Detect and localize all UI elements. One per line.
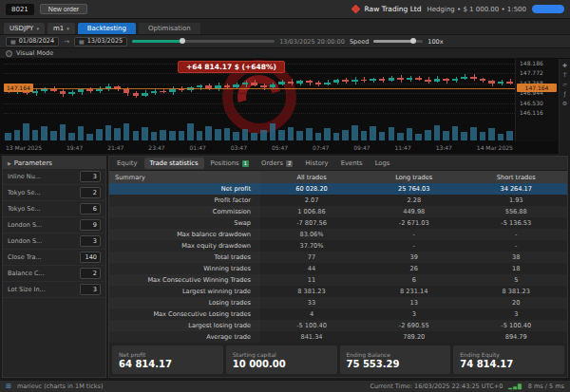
settings-icon[interactable]: ⚙ [562, 101, 567, 106]
stat-value: 37.70% [260, 242, 363, 250]
playback-progress-slider[interactable] [132, 40, 275, 43]
stats-tab-equity[interactable]: Equity [111, 158, 143, 169]
table-row[interactable]: Profit factor2.072.281.93 [109, 195, 567, 206]
parameter-value-input[interactable]: 140 [80, 252, 101, 263]
table-row[interactable]: Winning trades442618 [109, 263, 567, 274]
stat-label: Profit factor [109, 195, 260, 206]
parameter-value-input[interactable]: 3 [80, 284, 101, 295]
calendar-icon: ▦ [10, 37, 16, 46]
parameters-header[interactable]: ▶ Parameters [3, 157, 105, 169]
table-row[interactable]: Max Consecutive Winning Trades1165 [109, 274, 567, 286]
crosshair-icon[interactable]: ✚ [562, 63, 567, 68]
speed-slider[interactable] [373, 40, 423, 43]
candle [324, 83, 331, 85]
shapes-tool-icon[interactable]: ▱ [562, 82, 567, 87]
candle [498, 82, 504, 84]
candle [160, 91, 166, 93]
table-row[interactable]: Largest winning trade8 381.238 231.148 3… [109, 286, 567, 297]
price-axis[interactable]: 147.164 148.186147.772147.358146.944146.… [515, 59, 559, 141]
new-order-button[interactable]: New order [40, 4, 87, 14]
app-logo: 8021 [6, 4, 34, 15]
stat-value: - [363, 231, 465, 238]
stats-tab-label: Equity [117, 159, 138, 167]
candle [242, 83, 249, 84]
volume-bar [105, 125, 112, 141]
time-axis-label: 01:47 [190, 144, 206, 151]
parameter-value-input[interactable]: 9 [80, 219, 101, 231]
connection-pill[interactable] [532, 5, 564, 13]
stat-value: -5 136.53 [465, 219, 566, 227]
parameter-value-input[interactable]: 6 [80, 203, 101, 215]
symbol-selector[interactable]: USDJPY ▾ [4, 23, 45, 34]
stats-tab-orders[interactable]: Orders2 [256, 158, 298, 169]
stats-tab-history[interactable]: History [299, 158, 333, 169]
playback-progress-fill [132, 40, 182, 43]
summary-card-label: Net profit [119, 351, 217, 358]
date-from-picker[interactable]: ▦ 01/08/2024 [6, 37, 59, 47]
time-axis-label: 13 Mar 2025 [6, 144, 42, 151]
profit-tooltip: +64 814.17 $ (+648%) [178, 61, 285, 73]
volume-bar [41, 126, 48, 141]
stat-value: 449.98 [363, 208, 465, 215]
candle [233, 84, 239, 87]
table-row[interactable]: Max balance drawdown83.06%-- [109, 229, 567, 240]
volume-bar [233, 132, 239, 141]
parameter-value-input[interactable]: 3 [80, 171, 101, 182]
date-to-picker[interactable]: ▦ 13/03/2025 [74, 37, 127, 47]
chart-plot-area[interactable]: 147.164 +64 814.17 $ (+648%) [4, 59, 515, 141]
playback-progress-knob[interactable] [180, 38, 185, 44]
broker-logo-icon [351, 5, 360, 14]
candlestick-chart[interactable]: 147.164 +64 814.17 $ (+648%) 147.164 148… [0, 59, 570, 154]
volume-bar [96, 129, 103, 141]
candle [179, 89, 185, 91]
parameter-label: London S... [8, 237, 42, 245]
stat-label: Average trade [109, 331, 260, 343]
timeframe-label: m1 [53, 25, 64, 32]
candle [461, 77, 467, 79]
candle [488, 81, 495, 84]
stat-value: -5 100.40 [260, 322, 363, 329]
volume-bar [23, 123, 29, 140]
volume-bar [379, 132, 386, 140]
trade-statistics-table: SummaryAll tradesLong tradesShort trades… [109, 171, 567, 343]
table-row[interactable]: Losing trades331320 [109, 297, 567, 308]
speed-slider-knob[interactable] [410, 38, 416, 44]
parameter-value-input[interactable]: 2 [80, 268, 101, 279]
table-row[interactable]: Average trade841.34789.20894.79 [109, 331, 567, 343]
stat-value: 3 [465, 310, 566, 318]
parameter-value-input[interactable]: 3 [80, 235, 101, 247]
table-row[interactable]: Net profit60 028.2025 764.0334 264.17 [109, 183, 567, 195]
volume-bar [142, 127, 148, 141]
table-row[interactable]: Swap-7 807.56-2 671.03-5 136.53 [109, 217, 567, 229]
volume-bar [415, 134, 422, 140]
table-row[interactable]: Max Consecutive Losing trades433 [109, 308, 567, 320]
volume-bar [480, 132, 486, 141]
table-row[interactable]: Max equity drawdown37.70%-- [109, 240, 567, 252]
time-axis-label: 11:47 [394, 144, 410, 151]
summary-card-label: Starting capital [233, 351, 331, 358]
table-header-cell: Summary [109, 171, 260, 183]
tab-backtesting[interactable]: Backtesting [78, 23, 136, 34]
volume-bar [389, 127, 395, 141]
visual-mode-toggle-icon[interactable] [6, 50, 12, 57]
volume-bar [461, 132, 467, 140]
stats-tab-positions[interactable]: Positions1 [205, 158, 256, 169]
volume-bar [306, 128, 313, 140]
parameter-row: London S...3 [3, 233, 105, 250]
time-axis[interactable]: 13 Mar 202519:4721:4723:4701:4703:4705:4… [4, 141, 515, 154]
candle [78, 89, 85, 92]
volume-bar [498, 134, 504, 140]
text-tool-icon[interactable]: T [563, 72, 567, 78]
stats-tab-logs[interactable]: Logs [370, 158, 396, 169]
stats-tab-events[interactable]: Events [335, 158, 369, 169]
parameter-value-input[interactable]: 2 [80, 187, 101, 198]
table-row[interactable]: Largest losing trade-5 100.40-2 690.55-5… [109, 320, 567, 331]
table-row[interactable]: Commission1 006.86449.98556.88 [109, 206, 567, 217]
position-price-line [4, 88, 515, 89]
table-row[interactable]: Total trades773938 [109, 252, 567, 263]
indicators-icon[interactable]: ƒ [563, 91, 565, 97]
parameter-label: Tokyo Se... [8, 205, 41, 213]
stats-tab-trade-statistics[interactable]: Trade statistics [144, 158, 204, 169]
tab-optimisation[interactable]: Optimisation [139, 23, 200, 34]
timeframe-selector[interactable]: m1 ▾ [48, 23, 75, 34]
